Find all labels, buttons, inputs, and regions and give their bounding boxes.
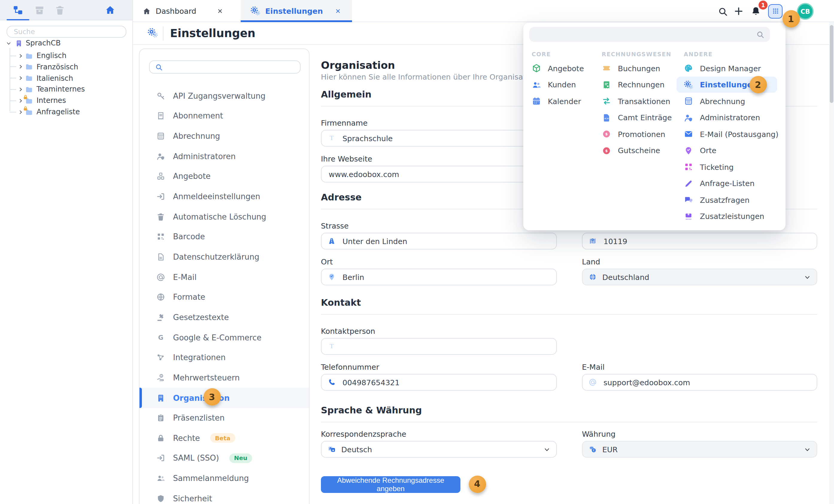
tree-search bbox=[6, 26, 126, 38]
google-icon: G bbox=[156, 333, 165, 342]
chevron-right-icon[interactable] bbox=[18, 64, 23, 70]
tab-einstellungen[interactable]: Einstellungen bbox=[265, 6, 323, 16]
at-icon bbox=[156, 273, 165, 281]
kontaktperson-input[interactable] bbox=[341, 341, 550, 351]
close-icon[interactable] bbox=[335, 8, 341, 14]
settings-nav-item-abrechnung[interactable]: Abrechnung bbox=[139, 126, 309, 146]
settings-search bbox=[149, 61, 301, 74]
email-input[interactable] bbox=[602, 377, 811, 387]
land-label: Land bbox=[582, 257, 600, 266]
strasse-input[interactable] bbox=[341, 236, 550, 246]
chevron-right-icon[interactable] bbox=[18, 75, 23, 81]
tree-connector bbox=[9, 55, 16, 56]
launcher-item-design-manager[interactable]: Design Manager bbox=[684, 60, 761, 76]
plus-icon[interactable] bbox=[733, 6, 744, 17]
archive-icon[interactable] bbox=[34, 5, 45, 16]
launcher-item-ticketing[interactable]: Ticketing bbox=[684, 159, 734, 175]
map-icon bbox=[589, 237, 597, 245]
launcher-item-einstellungen[interactable]: Einstellungen bbox=[684, 76, 758, 93]
clipboard-icon bbox=[156, 413, 165, 422]
webseite-input[interactable] bbox=[328, 169, 550, 179]
badge-dollar-icon: $ bbox=[602, 146, 611, 155]
search-icon[interactable] bbox=[718, 6, 728, 17]
close-icon[interactable] bbox=[217, 8, 223, 14]
telefon-input[interactable] bbox=[341, 377, 550, 387]
tree-connector bbox=[9, 100, 16, 101]
telefon-label: Telefonnummer bbox=[321, 363, 379, 371]
settings-nav-item-formate[interactable]: Formate bbox=[139, 287, 309, 307]
settings-nav-item-datenschutzerklaerung[interactable]: Datenschutzerklärung bbox=[139, 247, 309, 267]
settings-nav-item-praesenzlisten[interactable]: Präsenzlisten bbox=[139, 408, 309, 428]
launcher-item-administratoren[interactable]: Administratoren bbox=[684, 110, 760, 126]
trash-icon[interactable] bbox=[54, 5, 65, 16]
chevron-right-icon[interactable] bbox=[18, 53, 23, 58]
active-indicator bbox=[139, 388, 142, 408]
launcher-item-anfrage-listen[interactable]: Anfrage-Listen bbox=[684, 175, 755, 192]
launcher-item-gutscheine[interactable]: $Gutscheine bbox=[602, 142, 660, 159]
launcher-item-promotionen[interactable]: $Promotionen bbox=[602, 126, 665, 142]
app-launcher-popup: CORE RECHNUNGSWESEN ANDERE Angebote Kund… bbox=[523, 23, 786, 230]
settings-nav-item-angebote[interactable]: Angebote bbox=[139, 166, 309, 186]
waehrung-select[interactable]: € EUR bbox=[582, 441, 817, 458]
settings-nav-item-anmeldeeinstellungen[interactable]: Anmeldeeinstellungen bbox=[139, 187, 309, 207]
telefon-field bbox=[321, 374, 557, 391]
settings-nav-item-organisation[interactable]: Organisation bbox=[139, 388, 309, 408]
settings-nav-item-automatische-loeschung[interactable]: Automatische Löschung bbox=[139, 207, 309, 227]
settings-nav-item-saml-sso[interactable]: SAML (SSO)Neu bbox=[139, 448, 309, 468]
tree-sidebar: SprachCB Englisch Französisch Italienisc… bbox=[0, 0, 133, 504]
plz-input[interactable] bbox=[602, 236, 811, 246]
section-kontakt: Kontakt bbox=[321, 297, 361, 308]
launcher-column-andere: ANDERE bbox=[684, 51, 713, 58]
tab-dashboard[interactable]: Dashboard bbox=[156, 6, 196, 16]
korrespondenzsprache-label: Korrespondenzsprache bbox=[321, 430, 406, 438]
launcher-item-zusatzfragen[interactable]: Zusatzfragen bbox=[684, 192, 750, 208]
settings-nav-item-barcode[interactable]: Barcode bbox=[139, 227, 309, 247]
launcher-item-kalender[interactable]: Kalender bbox=[532, 93, 581, 110]
settings-nav-item-api-zugangsverwaltung[interactable]: API Zugangsverwaltung bbox=[139, 86, 309, 106]
settings-nav-item-google-ecommerce[interactable]: GGoogle & E-Commerce bbox=[139, 327, 309, 348]
settings-nav-item-abonnement[interactable]: Abonnement bbox=[139, 106, 309, 126]
launcher-search-input[interactable] bbox=[535, 30, 751, 39]
launcher-item-orte[interactable]: Orte bbox=[684, 142, 716, 159]
settings-nav-item-sicherheit[interactable]: Sicherheit bbox=[139, 488, 309, 504]
firmenname-input[interactable] bbox=[341, 133, 550, 143]
settings-nav-item-rechte[interactable]: RechteBeta bbox=[139, 428, 309, 448]
gears-icon bbox=[684, 80, 693, 89]
billing-address-button[interactable]: Abweichende Rechnungsadresse angeben bbox=[321, 476, 460, 493]
tree-view-icon[interactable] bbox=[13, 5, 23, 16]
coins-icon: € bbox=[589, 445, 597, 454]
korrespondenzsprache-select[interactable]: Aa Deutsch bbox=[321, 441, 557, 458]
settings-nav-item-gesetzestexte[interactable]: Gesetzestexte bbox=[139, 307, 309, 327]
launcher-item-abrechnung[interactable]: Abrechnung bbox=[684, 93, 745, 110]
waehrung-label: Währung bbox=[582, 430, 615, 438]
apps-grid-button[interactable] bbox=[768, 4, 783, 18]
launcher-item-camt-eintraege[interactable]: <>Camt Einträge bbox=[602, 110, 672, 126]
settings-nav-item-email[interactable]: E-Mail bbox=[139, 267, 309, 287]
chevron-down-icon[interactable] bbox=[6, 40, 12, 46]
launcher-item-angebote[interactable]: Angebote bbox=[532, 60, 584, 76]
shield-icon bbox=[156, 494, 165, 503]
settings-nav-item-administratoren[interactable]: Administratoren bbox=[139, 146, 309, 166]
launcher-item-email-postausgang[interactable]: E-Mail (Postausgang) bbox=[684, 126, 778, 142]
launcher-item-transaktionen[interactable]: Transaktionen bbox=[602, 93, 670, 110]
login-arrow-icon bbox=[156, 454, 165, 463]
ort-label: Ort bbox=[321, 257, 333, 266]
home-icon[interactable] bbox=[105, 5, 115, 16]
chevron-down-icon bbox=[804, 446, 811, 453]
scrollbar-thumb[interactable] bbox=[830, 25, 833, 103]
admin-shield-icon bbox=[156, 152, 165, 161]
settings-nav-item-integrationen[interactable]: Integrationen bbox=[139, 348, 309, 368]
chevron-right-icon[interactable] bbox=[18, 87, 23, 92]
launcher-item-rechnungen[interactable]: Rechnungen bbox=[602, 76, 664, 93]
road-icon bbox=[328, 237, 336, 245]
settings-nav-item-mehrwertsteuern[interactable]: $Mehrwertsteuern bbox=[139, 368, 309, 388]
settings-nav-item-sammelanmeldung[interactable]: Sammelanmeldung bbox=[139, 468, 309, 488]
launcher-item-buchungen[interactable]: Buchungen bbox=[602, 60, 660, 76]
svg-text:$: $ bbox=[605, 148, 608, 153]
tree-search-input[interactable] bbox=[13, 27, 120, 37]
settings-search-input[interactable] bbox=[168, 62, 294, 72]
launcher-item-zusatzleistungen[interactable]: Zusatzleistungen bbox=[684, 208, 764, 225]
ort-input[interactable] bbox=[341, 272, 550, 282]
land-select[interactable]: Deutschland bbox=[582, 269, 817, 285]
launcher-item-kunden[interactable]: Kunden bbox=[532, 76, 576, 93]
